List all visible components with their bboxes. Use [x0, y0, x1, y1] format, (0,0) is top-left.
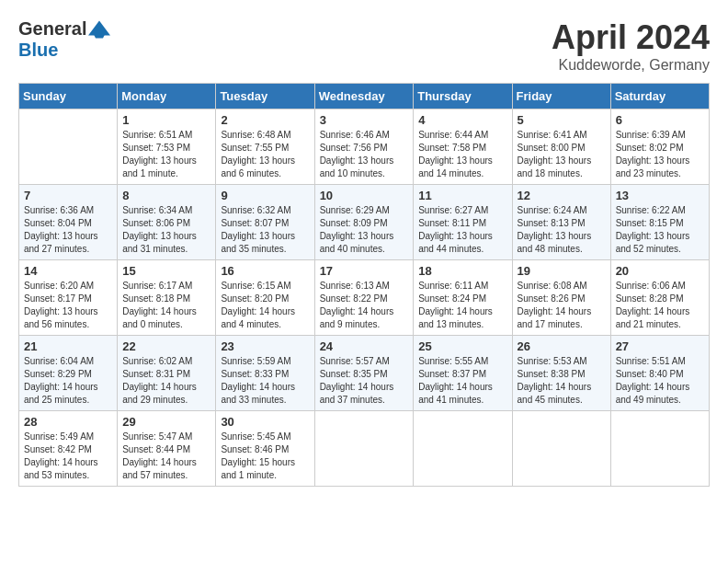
day-info: Sunrise: 6:02 AMSunset: 8:31 PMDaylight:…: [122, 355, 210, 407]
logo-blue-text: Blue: [18, 40, 58, 61]
day-info: Sunrise: 5:47 AMSunset: 8:44 PMDaylight:…: [122, 431, 210, 482]
day-info: Sunrise: 5:57 AMSunset: 8:35 PMDaylight:…: [320, 355, 409, 407]
svg-marker-1: [92, 30, 107, 38]
day-info: Sunrise: 6:27 AMSunset: 8:11 PMDaylight:…: [418, 204, 506, 256]
calendar-cell: 4 Sunrise: 6:44 AMSunset: 7:58 PMDayligh…: [414, 109, 512, 185]
day-number: 7: [24, 189, 112, 202]
location-subtitle: Kuddeworde, Germany: [552, 57, 710, 74]
day-info: Sunrise: 6:08 AMSunset: 8:26 PMDaylight:…: [518, 280, 606, 331]
day-info: Sunrise: 6:46 AMSunset: 7:56 PMDaylight:…: [320, 129, 409, 180]
header-friday: Friday: [512, 84, 610, 109]
day-number: 4: [418, 113, 506, 127]
day-number: 2: [221, 113, 309, 127]
calendar-cell: 3 Sunrise: 6:46 AMSunset: 7:56 PMDayligh…: [314, 109, 414, 185]
day-info: Sunrise: 6:20 AMSunset: 8:17 PMDaylight:…: [24, 280, 112, 331]
calendar-cell: 1 Sunrise: 6:51 AMSunset: 7:53 PMDayligh…: [118, 109, 216, 185]
day-number: 16: [221, 264, 309, 278]
day-info: Sunrise: 6:44 AMSunset: 7:58 PMDaylight:…: [418, 129, 506, 180]
calendar-cell: [19, 109, 118, 185]
calendar-cell: [314, 411, 414, 487]
day-info: Sunrise: 5:53 AMSunset: 8:38 PMDaylight:…: [518, 355, 606, 407]
calendar-cell: 13 Sunrise: 6:22 AMSunset: 8:15 PMDaylig…: [610, 185, 709, 260]
month-title: April 2024: [552, 18, 710, 57]
day-number: 3: [320, 113, 409, 127]
calendar-cell: 25 Sunrise: 5:55 AMSunset: 8:37 PMDaylig…: [414, 336, 512, 411]
day-number: 22: [122, 339, 210, 353]
day-number: 20: [616, 264, 704, 278]
day-info: Sunrise: 6:32 AMSunset: 8:07 PMDaylight:…: [221, 204, 309, 256]
header-monday: Monday: [118, 84, 216, 109]
day-info: Sunrise: 6:11 AMSunset: 8:24 PMDaylight:…: [418, 280, 506, 331]
calendar-cell: [414, 411, 512, 487]
calendar-cell: 29 Sunrise: 5:47 AMSunset: 8:44 PMDaylig…: [118, 411, 216, 487]
calendar-cell: 23 Sunrise: 5:59 AMSunset: 8:33 PMDaylig…: [216, 336, 314, 411]
calendar-cell: 27 Sunrise: 5:51 AMSunset: 8:40 PMDaylig…: [610, 336, 709, 411]
day-number: 1: [122, 113, 210, 127]
day-info: Sunrise: 6:15 AMSunset: 8:20 PMDaylight:…: [221, 280, 309, 331]
day-number: 8: [122, 189, 210, 202]
calendar-cell: 30 Sunrise: 5:45 AMSunset: 8:46 PMDaylig…: [216, 411, 314, 487]
header-saturday: Saturday: [610, 84, 709, 109]
day-info: Sunrise: 6:24 AMSunset: 8:13 PMDaylight:…: [518, 204, 606, 256]
calendar-cell: 7 Sunrise: 6:36 AMSunset: 8:04 PMDayligh…: [19, 185, 118, 260]
header-tuesday: Tuesday: [216, 84, 314, 109]
day-info: Sunrise: 5:45 AMSunset: 8:46 PMDaylight:…: [221, 431, 309, 482]
day-info: Sunrise: 5:59 AMSunset: 8:33 PMDaylight:…: [221, 355, 309, 407]
calendar-cell: 8 Sunrise: 6:34 AMSunset: 8:06 PMDayligh…: [118, 185, 216, 260]
day-info: Sunrise: 6:06 AMSunset: 8:28 PMDaylight:…: [616, 280, 704, 331]
calendar-cell: 17 Sunrise: 6:13 AMSunset: 8:22 PMDaylig…: [314, 260, 414, 336]
calendar-cell: 14 Sunrise: 6:20 AMSunset: 8:17 PMDaylig…: [19, 260, 118, 336]
day-number: 5: [518, 113, 606, 127]
day-info: Sunrise: 6:48 AMSunset: 7:55 PMDaylight:…: [221, 129, 309, 180]
day-info: Sunrise: 6:22 AMSunset: 8:15 PMDaylight:…: [616, 204, 704, 256]
calendar-cell: [512, 411, 610, 487]
title-section: April 2024 Kuddeworde, Germany: [552, 18, 710, 74]
day-number: 11: [418, 189, 506, 202]
day-number: 13: [616, 189, 704, 202]
calendar-cell: 9 Sunrise: 6:32 AMSunset: 8:07 PMDayligh…: [216, 185, 314, 260]
day-number: 18: [418, 264, 506, 278]
day-number: 26: [518, 339, 606, 353]
day-number: 30: [221, 415, 309, 429]
week-row-1: 7 Sunrise: 6:36 AMSunset: 8:04 PMDayligh…: [19, 185, 710, 260]
calendar-cell: 24 Sunrise: 5:57 AMSunset: 8:35 PMDaylig…: [314, 336, 414, 411]
calendar-cell: 18 Sunrise: 6:11 AMSunset: 8:24 PMDaylig…: [414, 260, 512, 336]
calendar-cell: 28 Sunrise: 5:49 AMSunset: 8:42 PMDaylig…: [19, 411, 118, 487]
day-number: 9: [221, 189, 309, 202]
week-row-4: 28 Sunrise: 5:49 AMSunset: 8:42 PMDaylig…: [19, 411, 710, 487]
logo-general-text: General: [18, 18, 86, 40]
day-number: 29: [122, 415, 210, 429]
page-header: General Blue April 2024 Kuddeworde, Germ…: [18, 18, 710, 74]
calendar-cell: 5 Sunrise: 6:41 AMSunset: 8:00 PMDayligh…: [512, 109, 610, 185]
header-row: SundayMondayTuesdayWednesdayThursdayFrid…: [19, 84, 710, 109]
day-info: Sunrise: 6:34 AMSunset: 8:06 PMDaylight:…: [122, 204, 210, 256]
day-info: Sunrise: 6:41 AMSunset: 8:00 PMDaylight:…: [518, 129, 606, 180]
logo-icon: [88, 20, 110, 39]
calendar-cell: [610, 411, 709, 487]
calendar-cell: 22 Sunrise: 6:02 AMSunset: 8:31 PMDaylig…: [118, 336, 216, 411]
day-number: 28: [24, 415, 112, 429]
day-number: 19: [518, 264, 606, 278]
header-wednesday: Wednesday: [314, 84, 414, 109]
day-info: Sunrise: 5:55 AMSunset: 8:37 PMDaylight:…: [418, 355, 506, 407]
day-info: Sunrise: 6:29 AMSunset: 8:09 PMDaylight:…: [320, 204, 409, 256]
calendar-cell: 10 Sunrise: 6:29 AMSunset: 8:09 PMDaylig…: [314, 185, 414, 260]
day-number: 21: [24, 339, 112, 353]
calendar-cell: 6 Sunrise: 6:39 AMSunset: 8:02 PMDayligh…: [610, 109, 709, 185]
calendar-cell: 11 Sunrise: 6:27 AMSunset: 8:11 PMDaylig…: [414, 185, 512, 260]
header-sunday: Sunday: [19, 84, 118, 109]
day-number: 17: [320, 264, 409, 278]
logo: General Blue: [18, 18, 110, 61]
day-info: Sunrise: 6:13 AMSunset: 8:22 PMDaylight:…: [320, 280, 409, 331]
day-number: 25: [418, 339, 506, 353]
week-row-3: 21 Sunrise: 6:04 AMSunset: 8:29 PMDaylig…: [19, 336, 710, 411]
day-number: 6: [616, 113, 704, 127]
calendar-cell: 19 Sunrise: 6:08 AMSunset: 8:26 PMDaylig…: [512, 260, 610, 336]
week-row-2: 14 Sunrise: 6:20 AMSunset: 8:17 PMDaylig…: [19, 260, 710, 336]
week-row-0: 1 Sunrise: 6:51 AMSunset: 7:53 PMDayligh…: [19, 109, 710, 185]
calendar-cell: 16 Sunrise: 6:15 AMSunset: 8:20 PMDaylig…: [216, 260, 314, 336]
calendar-cell: 21 Sunrise: 6:04 AMSunset: 8:29 PMDaylig…: [19, 336, 118, 411]
day-info: Sunrise: 6:51 AMSunset: 7:53 PMDaylight:…: [122, 129, 210, 180]
calendar-cell: 26 Sunrise: 5:53 AMSunset: 8:38 PMDaylig…: [512, 336, 610, 411]
day-number: 10: [320, 189, 409, 202]
